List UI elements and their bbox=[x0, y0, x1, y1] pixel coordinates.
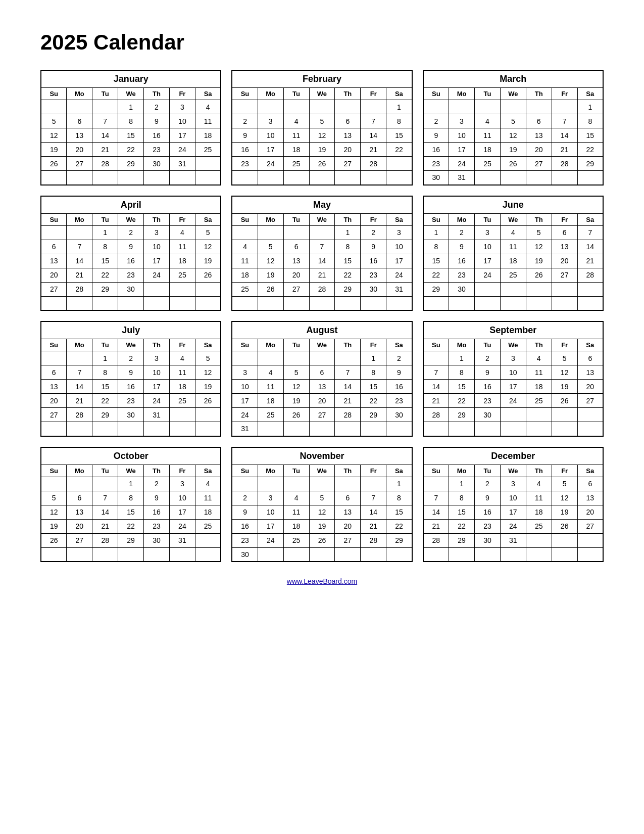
day-cell: 28 bbox=[423, 408, 449, 422]
day-cell: 2 bbox=[361, 225, 386, 240]
day-cell: 21 bbox=[552, 143, 577, 157]
week-row: 12 bbox=[232, 351, 412, 365]
day-cell bbox=[67, 171, 92, 185]
day-header-su: Su bbox=[41, 465, 67, 477]
month-table-september: SeptemberSuMoTuWeThFrSa12345678910111213… bbox=[423, 321, 604, 437]
day-cell: 22 bbox=[386, 143, 412, 157]
day-cell: 10 bbox=[500, 491, 526, 505]
day-cell: 1 bbox=[361, 351, 386, 365]
day-cell bbox=[283, 100, 309, 114]
week-row: 22232425262728 bbox=[423, 268, 603, 282]
day-cell: 29 bbox=[361, 408, 386, 422]
week-row: 12131415161718 bbox=[41, 505, 221, 519]
day-cell: 17 bbox=[500, 380, 526, 394]
day-cell bbox=[552, 100, 577, 114]
day-cell: 13 bbox=[552, 240, 577, 254]
day-cell: 2 bbox=[144, 477, 170, 491]
month-name-june: June bbox=[423, 196, 603, 214]
day-cell: 28 bbox=[309, 282, 335, 296]
month-table-october: OctoberSuMoTuWeThFrSa1234567891011121314… bbox=[40, 447, 221, 563]
day-cell: 25 bbox=[232, 282, 258, 296]
day-cell: 20 bbox=[335, 143, 361, 157]
day-cell: 7 bbox=[552, 114, 577, 128]
week-row: 1 bbox=[232, 477, 412, 491]
week-row: 14151617181920 bbox=[423, 505, 603, 519]
day-cell bbox=[258, 225, 283, 240]
day-cell: 25 bbox=[258, 408, 283, 422]
day-cell bbox=[423, 351, 449, 365]
day-cell: 28 bbox=[335, 408, 361, 422]
month-table-july: JulySuMoTuWeThFrSa1234567891011121314151… bbox=[40, 321, 221, 437]
day-cell bbox=[195, 422, 221, 436]
footer-link[interactable]: www.LeaveBoard.com bbox=[40, 577, 604, 585]
day-header-th: Th bbox=[144, 88, 170, 100]
day-cell: 22 bbox=[361, 394, 386, 408]
day-cell: 25 bbox=[500, 268, 526, 282]
day-cell: 6 bbox=[41, 365, 67, 380]
day-header-su: Su bbox=[41, 88, 67, 100]
day-cell: 17 bbox=[500, 505, 526, 519]
day-cell: 30 bbox=[144, 157, 170, 171]
day-cell: 1 bbox=[423, 225, 449, 240]
day-cell bbox=[283, 296, 309, 310]
day-cell bbox=[67, 547, 92, 562]
day-cell bbox=[526, 408, 552, 422]
day-cell: 16 bbox=[386, 380, 412, 394]
week-row: 567891011 bbox=[41, 114, 221, 128]
week-row bbox=[423, 422, 603, 436]
day-header-mo: Mo bbox=[258, 465, 283, 477]
day-cell: 11 bbox=[526, 491, 552, 505]
day-cell: 4 bbox=[526, 477, 552, 491]
day-cell: 21 bbox=[335, 394, 361, 408]
day-cell: 26 bbox=[552, 394, 577, 408]
day-header-tu: Tu bbox=[92, 465, 118, 477]
day-cell: 20 bbox=[577, 380, 603, 394]
day-cell bbox=[526, 171, 552, 185]
day-cell bbox=[169, 408, 195, 422]
day-cell bbox=[500, 408, 526, 422]
day-cell: 10 bbox=[144, 240, 170, 254]
day-cell bbox=[552, 533, 577, 547]
day-cell bbox=[500, 547, 526, 562]
day-cell: 31 bbox=[449, 171, 475, 185]
day-cell: 10 bbox=[169, 491, 195, 505]
day-cell bbox=[258, 296, 283, 310]
day-cell: 17 bbox=[474, 254, 500, 268]
day-cell: 5 bbox=[500, 114, 526, 128]
day-cell: 27 bbox=[577, 519, 603, 533]
day-cell: 12 bbox=[41, 505, 67, 519]
day-cell: 14 bbox=[423, 380, 449, 394]
day-cell: 12 bbox=[552, 491, 577, 505]
day-cell: 24 bbox=[169, 143, 195, 157]
day-cell: 5 bbox=[195, 351, 221, 365]
day-cell: 23 bbox=[449, 268, 475, 282]
day-cell bbox=[361, 477, 386, 491]
week-row: 9101112131415 bbox=[232, 128, 412, 143]
day-cell: 29 bbox=[449, 533, 475, 547]
day-header-fr: Fr bbox=[361, 213, 386, 225]
day-header-fr: Fr bbox=[552, 88, 577, 100]
day-cell bbox=[67, 225, 92, 240]
week-row: 24252627282930 bbox=[232, 408, 412, 422]
day-cell: 18 bbox=[283, 519, 309, 533]
day-cell: 2 bbox=[118, 351, 144, 365]
day-cell: 6 bbox=[67, 491, 92, 505]
week-row: 13141516171819 bbox=[41, 254, 221, 268]
day-header-we: We bbox=[309, 339, 335, 351]
month-name-march: March bbox=[423, 70, 603, 88]
day-cell bbox=[335, 100, 361, 114]
day-cell: 20 bbox=[41, 394, 67, 408]
day-cell: 24 bbox=[386, 268, 412, 282]
day-cell: 5 bbox=[309, 491, 335, 505]
week-row bbox=[423, 547, 603, 562]
day-cell: 20 bbox=[526, 143, 552, 157]
month-table-june: JuneSuMoTuWeThFrSa1234567891011121314151… bbox=[423, 196, 604, 311]
day-cell: 16 bbox=[361, 254, 386, 268]
day-header-th: Th bbox=[526, 339, 552, 351]
day-cell: 7 bbox=[92, 114, 118, 128]
day-cell bbox=[552, 547, 577, 562]
day-header-sa: Sa bbox=[577, 88, 603, 100]
day-cell: 26 bbox=[309, 157, 335, 171]
week-row: 31 bbox=[232, 422, 412, 436]
day-cell: 29 bbox=[577, 157, 603, 171]
